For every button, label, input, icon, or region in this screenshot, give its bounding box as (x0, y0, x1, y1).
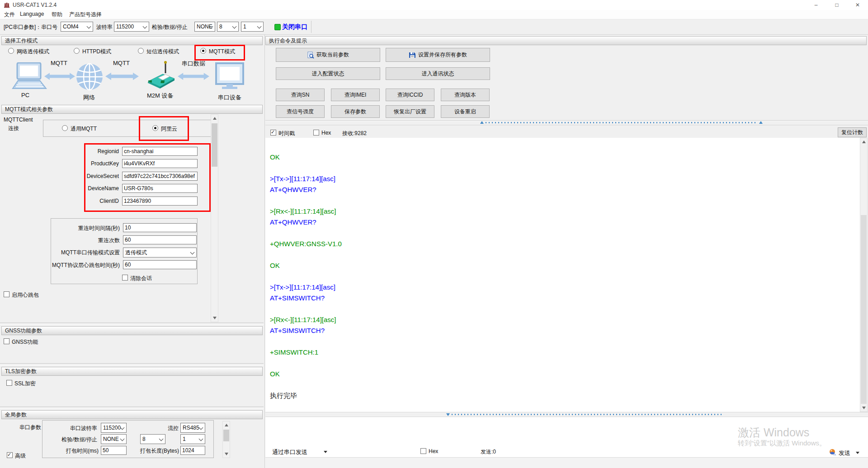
mqtt-keepalive-field[interactable] (123, 260, 197, 269)
scrollbar-thumb[interactable] (212, 123, 217, 167)
stopbits-select[interactable]: 1 (241, 22, 264, 32)
databits-select[interactable]: 8 (217, 22, 239, 32)
rx-hex-checkbox[interactable] (313, 130, 319, 136)
diagram-pc-label: PC (21, 92, 29, 98)
productkey-field[interactable] (122, 159, 198, 168)
splitter-arrow-icon[interactable] (759, 121, 763, 124)
mqtt-serial-mode-select[interactable]: 透传模式 (123, 248, 197, 257)
query-sn-button[interactable]: 查询SN (276, 89, 325, 101)
flow-control-select[interactable]: RS485 (180, 423, 205, 433)
save-params-button[interactable]: 保存参数 (331, 105, 380, 118)
radio-generic-mqtt-label: 通用MQTT (71, 125, 97, 133)
section-ridge (0, 323, 264, 325)
radio-net-transparent[interactable] (8, 48, 14, 54)
devicesecret-field[interactable] (122, 172, 198, 181)
send-via-serial-label[interactable]: 通过串口发送 (272, 448, 307, 456)
title-bar: USR-CAT1 V1.2.4 – □ ✕ (0, 0, 868, 10)
panel-divider[interactable] (264, 34, 265, 468)
status-strip (265, 457, 868, 468)
scroll-down-icon[interactable] (860, 404, 867, 412)
splitter-handle[interactable] (452, 414, 723, 415)
log-scrollbar[interactable] (860, 138, 868, 412)
query-signal-button[interactable]: 查信号强度 (276, 105, 325, 118)
devicename-field[interactable] (122, 184, 198, 193)
pack-time-field[interactable] (101, 446, 127, 455)
mqtt-scrollbar[interactable] (211, 114, 218, 322)
get-params-button[interactable]: 获取当前参数 (276, 48, 380, 62)
baud-select[interactable]: 115200 (114, 22, 149, 32)
radio-aliyun-label: 阿里云 (161, 125, 177, 133)
log-line (270, 336, 860, 347)
ssl-checkbox[interactable] (6, 380, 12, 386)
radio-httpd[interactable] (74, 48, 80, 54)
radio-mqtt-mode[interactable] (200, 48, 206, 54)
timestamp-checkbox[interactable] (270, 130, 276, 136)
radio-aliyun[interactable] (152, 125, 158, 131)
global-stopbits-select[interactable]: 1 (180, 434, 205, 444)
splitter-arrow-icon[interactable] (446, 413, 450, 416)
log-line: AT+QHWVER? (270, 184, 860, 195)
scroll-down-icon[interactable] (223, 450, 230, 458)
diagram-link1-label: MQTT (51, 60, 67, 66)
splitter-handle[interactable] (486, 122, 757, 123)
advanced-checkbox[interactable] (7, 452, 13, 458)
reset-count-button[interactable]: 复位计数 (838, 127, 867, 137)
log-line (270, 195, 860, 206)
chevron-down-icon (232, 24, 237, 29)
command-header: 执行命令及提示 (265, 36, 867, 45)
menu-language[interactable]: Language (20, 11, 44, 17)
close-port-button[interactable]: 关闭串口 (282, 23, 307, 31)
log-area[interactable]: OK OK >[Tx->][11:17:14][asc]AT+QHWVER? >… (265, 138, 860, 412)
send-dropdown-icon[interactable] (856, 452, 859, 454)
parity-select[interactable]: NONE (194, 22, 215, 32)
gnss-checkbox[interactable] (4, 338, 9, 344)
set-save-all-button[interactable]: 设置并保存所有参数 (386, 48, 490, 62)
regionid-field[interactable] (122, 147, 198, 156)
device-reboot-button[interactable]: 设备重启 (441, 105, 490, 118)
toolbar-divider (311, 21, 311, 33)
log-line: >[Rx<-][11:17:14][asc] (270, 206, 860, 217)
reconnect-count-field[interactable] (123, 235, 197, 244)
pack-length-field[interactable] (180, 446, 205, 455)
scroll-up-icon[interactable] (860, 138, 867, 145)
log-splitter-bottom[interactable] (265, 412, 868, 417)
minimize-button[interactable]: – (808, 0, 824, 10)
menu-help[interactable]: 帮助 (52, 11, 62, 19)
close-button[interactable]: ✕ (850, 0, 865, 10)
log-splitter-top[interactable] (265, 120, 868, 125)
chevron-down-icon (199, 437, 203, 441)
radio-net-transparent-label: 网络透传模式 (17, 48, 49, 56)
splitter-arrow-icon[interactable] (480, 121, 484, 124)
com-port-select[interactable]: COM4 (61, 22, 93, 32)
clear-session-checkbox[interactable] (122, 275, 128, 281)
scroll-down-icon[interactable] (211, 314, 218, 322)
scroll-up-icon[interactable] (223, 421, 230, 429)
rx-hex-label: Hex (321, 130, 331, 136)
scrollbar-thumb[interactable] (861, 215, 867, 404)
log-line: OK (270, 260, 860, 271)
reconnect-interval-field[interactable] (123, 223, 197, 232)
global-scrollbar[interactable] (222, 421, 230, 458)
send-button[interactable]: 发送 (839, 449, 850, 457)
menu-file[interactable]: 文件 (4, 11, 15, 19)
menu-product-model[interactable]: 产品型号选择 (69, 11, 102, 19)
maximize-button[interactable]: □ (829, 0, 844, 10)
clientid-field[interactable] (122, 197, 198, 206)
enable-heartbeat-checkbox[interactable] (4, 291, 9, 297)
radio-sms-transparent[interactable] (138, 48, 144, 54)
global-parity-select[interactable]: NONE (101, 434, 127, 444)
scroll-up-icon[interactable] (211, 115, 218, 122)
scrollbar-thumb[interactable] (223, 430, 229, 441)
query-imei-button[interactable]: 查询IMEI (331, 89, 380, 101)
global-baud-select[interactable]: 115200 (101, 423, 127, 433)
send-via-dropdown-icon[interactable] (324, 451, 327, 453)
global-databits-select[interactable]: 8 (140, 434, 165, 444)
enter-config-button[interactable]: 进入配置状态 (276, 67, 380, 80)
query-version-button[interactable]: 查询版本 (441, 89, 490, 101)
query-iccid-button[interactable]: 查询ICCID (386, 89, 434, 101)
send-hex-checkbox[interactable] (420, 448, 426, 454)
enter-comm-button[interactable]: 进入通讯状态 (386, 67, 490, 80)
pack-length-label: 打包长度(Bytes) (139, 447, 179, 455)
radio-generic-mqtt[interactable] (62, 125, 68, 131)
factory-reset-button[interactable]: 恢复出厂设置 (386, 105, 434, 118)
